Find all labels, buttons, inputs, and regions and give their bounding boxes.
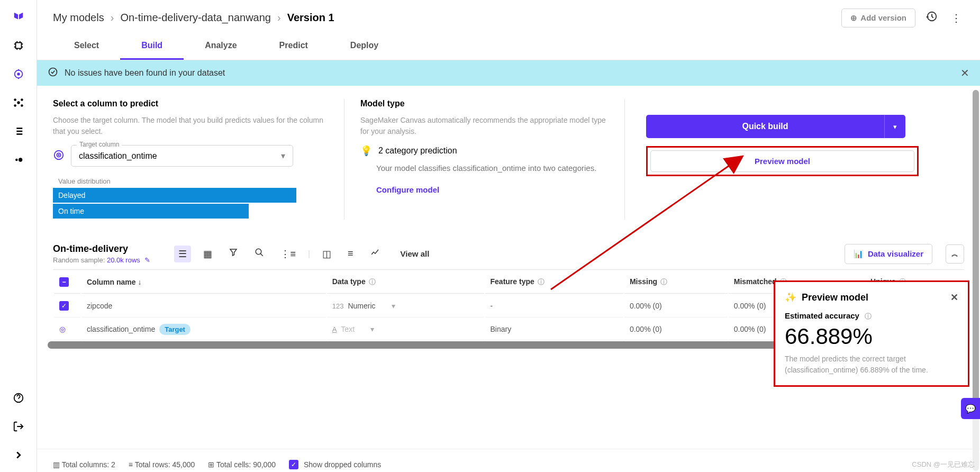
info-icon[interactable]: ⓘ (369, 278, 376, 286)
row-checkbox[interactable] (59, 301, 69, 311)
row-name: classification_ontimeTarget (81, 319, 326, 340)
close-icon[interactable]: ✕ (960, 67, 969, 79)
view-all-link[interactable]: View all (401, 249, 430, 258)
add-version-button[interactable]: ⊕Add version (841, 8, 915, 28)
logo-icon[interactable] (12, 11, 25, 23)
numeric-type-icon: 123 (332, 302, 344, 310)
rows-icon[interactable]: ≡ (343, 246, 358, 262)
numbered-list-icon[interactable]: ⋮≡ (276, 246, 300, 262)
chevron-right-icon: › (277, 12, 281, 24)
target-badge: Target (159, 324, 190, 335)
predict-column-section: Select a column to predict Choose the ta… (53, 99, 328, 220)
section-title: Select a column to predict (53, 99, 328, 108)
grid-view-icon[interactable]: ▦ (199, 246, 216, 262)
logout-icon[interactable] (12, 420, 25, 433)
distribution-bar-1: Delayed (53, 188, 296, 203)
model-type-section: Model type SageMaker Canvas automaticall… (344, 99, 609, 220)
quick-build-button[interactable]: Quick build (646, 115, 884, 138)
sample-count-link[interactable]: 20.0k rows (107, 256, 140, 264)
target-icon (53, 149, 65, 163)
dots-icon[interactable] (12, 153, 25, 166)
select-label: Target column (77, 141, 122, 148)
svg-point-8 (15, 159, 18, 161)
col-featuretype-header: Feature typeⓘ (485, 271, 623, 294)
svg-point-4 (14, 98, 16, 101)
model-explanation: Your model classifies classification_ont… (376, 162, 609, 175)
chevron-right-icon: › (111, 12, 114, 24)
col-name-header[interactable]: Column name ↓ (81, 271, 326, 294)
main-content: My models › On-time-delivery-data_nanwan… (37, 0, 980, 472)
configure-model-link[interactable]: Configure model (376, 185, 439, 194)
chevron-down-icon[interactable]: ▾ (392, 302, 395, 310)
tab-select[interactable]: Select (53, 33, 120, 60)
info-banner: No issues have been found in your datase… (37, 60, 980, 86)
info-icon[interactable]: ⓘ (660, 278, 667, 286)
banner-message: No issues have been found in your datase… (65, 68, 225, 78)
select-value: classification_ontime (79, 151, 157, 161)
more-icon[interactable]: ⋮ (948, 9, 964, 27)
breadcrumb-current: Version 1 (287, 12, 334, 24)
accuracy-desc: The model predicts the correct target (c… (785, 353, 958, 376)
lightbulb-icon: 💡 (360, 145, 372, 157)
total-columns: ▥ Total columns: 2 (53, 460, 115, 469)
svg-point-16 (256, 249, 262, 255)
expand-icon[interactable] (12, 449, 25, 461)
distribution-label: Value distribution (58, 177, 328, 185)
help-icon[interactable] (12, 392, 25, 404)
chevron-down-icon[interactable]: ▾ (370, 325, 374, 333)
preview-model-panel: ✨Preview model✕ Estimated accuracy ⓘ 66.… (774, 280, 969, 387)
info-icon[interactable]: ⓘ (865, 312, 872, 320)
footer: ▥ Total columns: 2 ≡ Total rows: 45,000 … (37, 449, 980, 472)
total-rows: ≡ Total rows: 45,000 (129, 460, 195, 469)
tab-analyze[interactable]: Analyze (184, 33, 258, 60)
total-cells: ⊞ Total cells: 90,000 (208, 460, 276, 469)
svg-point-6 (14, 104, 16, 107)
select-all-checkbox[interactable] (59, 277, 69, 287)
chip-icon[interactable] (12, 39, 25, 52)
quick-build-dropdown[interactable]: ▾ (884, 115, 905, 138)
graph-icon[interactable] (12, 96, 25, 109)
watermark: CSDN @一见已难忘 (912, 460, 975, 469)
svg-point-3 (17, 101, 20, 104)
info-icon[interactable]: ⓘ (538, 278, 545, 286)
chart-icon[interactable] (366, 245, 385, 262)
columns-icon[interactable]: ◫ (318, 246, 335, 262)
collapse-icon[interactable]: ︽ (946, 244, 964, 264)
svg-point-14 (58, 155, 59, 156)
check-circle-icon (48, 67, 58, 79)
tab-predict[interactable]: Predict (258, 33, 329, 60)
svg-point-11 (49, 68, 57, 76)
show-dropped-checkbox[interactable]: Show dropped columns (289, 460, 381, 469)
svg-point-2 (17, 73, 20, 75)
prediction-type: 2 category prediction (378, 146, 457, 156)
actions-section: Quick build ▾ Preview model (624, 99, 964, 220)
estimated-accuracy-label: Estimated accuracy ⓘ (785, 311, 958, 321)
preview-model-button[interactable]: Preview model (650, 150, 914, 172)
breadcrumb-item[interactable]: On-time-delivery-data_nanwang (120, 12, 271, 24)
tab-deploy[interactable]: Deploy (329, 33, 400, 60)
accuracy-value: 66.889% (785, 324, 958, 349)
history-icon[interactable] (923, 8, 940, 28)
table-title: On-time-delivery (53, 243, 150, 255)
tabs: Select Build Analyze Predict Deploy (37, 33, 980, 60)
breadcrumb-root[interactable]: My models (53, 12, 104, 24)
col-datatype-header: Data typeⓘ (327, 271, 484, 294)
section-desc: Choose the target column. The model that… (53, 115, 328, 137)
close-icon[interactable]: ✕ (950, 292, 958, 303)
target-nav-icon[interactable] (12, 68, 25, 80)
plus-icon: ⊕ (850, 13, 857, 23)
list-icon[interactable] (12, 125, 25, 138)
tab-build[interactable]: Build (120, 33, 184, 60)
target-column-select[interactable]: Target column classification_ontime ▾ (71, 145, 293, 167)
sparkle-icon: ✨ (785, 292, 796, 303)
svg-rect-0 (15, 43, 21, 49)
search-icon[interactable] (250, 245, 268, 262)
text-type-icon: A (332, 325, 337, 333)
list-view-icon[interactable]: ☰ (174, 246, 191, 262)
distribution-bar-2: On time (53, 204, 249, 219)
filter-icon[interactable] (224, 245, 242, 262)
edit-icon[interactable]: ✎ (144, 256, 150, 264)
header: My models › On-time-delivery-data_nanwan… (37, 0, 980, 33)
data-visualizer-button[interactable]: 📊Data visualizer (845, 244, 932, 264)
chat-icon[interactable]: 💬 (961, 398, 980, 419)
